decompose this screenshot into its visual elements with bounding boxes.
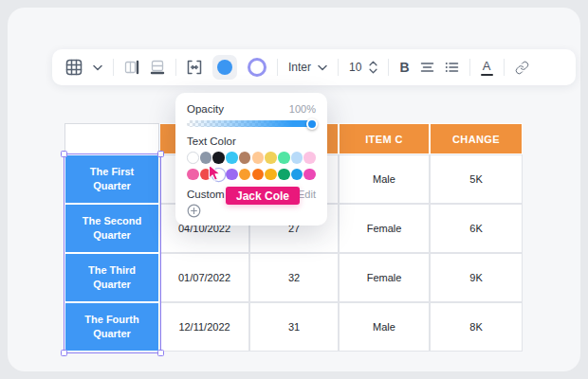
selection-handle[interactable]	[157, 151, 164, 157]
opacity-row: Opacity 100%	[187, 102, 316, 115]
fill-color-button[interactable]	[212, 55, 237, 80]
opacity-slider-fill	[187, 120, 316, 127]
align-center-icon	[420, 62, 434, 73]
table-cell[interactable]: 12/11/2022	[159, 302, 249, 352]
align-center-button[interactable]	[420, 62, 434, 73]
table-header-cell[interactable]: ITEM C	[339, 123, 430, 154]
row-label-cell[interactable]: The First Quarter	[64, 154, 159, 204]
add-custom-color-button[interactable]	[187, 204, 201, 218]
table-cell[interactable]: Female	[339, 253, 430, 302]
table-grid-button[interactable]	[65, 59, 83, 76]
text-color-letter: A	[483, 59, 491, 73]
toolbar-divider	[388, 59, 389, 76]
toolbar-divider	[469, 59, 470, 76]
toolbar-divider	[175, 59, 176, 76]
table-cell[interactable]: Male	[339, 154, 430, 204]
color-swatch[interactable]	[187, 152, 199, 164]
color-swatch[interactable]	[303, 152, 316, 164]
color-swatch[interactable]	[226, 152, 238, 164]
bullet-list-button[interactable]	[445, 62, 459, 73]
table-cell[interactable]: 5K	[430, 154, 523, 204]
row-label-cell[interactable]: The Fourth Quarter	[64, 302, 159, 352]
color-swatch[interactable]	[239, 169, 251, 181]
color-swatch-row	[187, 152, 316, 164]
text-color-button[interactable]: A	[481, 59, 493, 77]
link-button[interactable]	[515, 61, 529, 75]
table-cell[interactable]: 6K	[430, 204, 523, 253]
text-color-bar-icon	[481, 74, 493, 77]
opacity-slider[interactable]	[187, 120, 316, 127]
toolbar-divider	[504, 59, 505, 76]
color-swatch[interactable]	[303, 169, 316, 181]
chevron-down-icon	[93, 64, 102, 71]
toolbar-divider	[277, 59, 278, 76]
formatting-toolbar: Inter 10 B	[52, 49, 576, 85]
font-size-stepper[interactable]	[369, 61, 377, 74]
color-swatch[interactable]	[291, 169, 303, 181]
bold-button[interactable]: B	[399, 60, 409, 75]
color-swatch-row	[187, 169, 316, 181]
collaborator-name-tag: Jack Cole	[226, 187, 300, 205]
color-swatch[interactable]	[291, 152, 303, 164]
chevron-down-icon	[369, 68, 377, 74]
chevron-down-icon	[318, 64, 327, 71]
border-bottom-button[interactable]	[150, 60, 165, 75]
link-icon	[515, 61, 529, 75]
table-cell[interactable]: 9K	[430, 253, 523, 302]
circle-plus-icon	[187, 204, 201, 218]
text-color-label: Text Color	[187, 135, 236, 147]
table-cell[interactable]: Female	[339, 204, 430, 253]
font-size-control: 10	[349, 61, 377, 74]
font-size-value: 10	[349, 61, 361, 74]
text-color-section: Text Color	[187, 135, 316, 147]
font-family-select[interactable]: Inter	[288, 61, 327, 74]
opacity-value: 100%	[289, 103, 316, 115]
toolbar-divider	[113, 59, 114, 76]
color-swatch[interactable]	[278, 152, 290, 164]
app-canvas: Inter 10 B	[0, 0, 588, 379]
color-swatch[interactable]	[239, 152, 251, 164]
color-swatch[interactable]	[278, 169, 290, 181]
color-swatch[interactable]	[187, 169, 199, 181]
row-label-cell[interactable]: The Third Quarter	[64, 253, 159, 302]
color-swatch[interactable]	[212, 152, 225, 164]
opacity-slider-handle[interactable]	[306, 118, 318, 130]
color-swatch[interactable]	[252, 169, 265, 181]
selection-handle[interactable]	[157, 350, 164, 356]
stroke-color-button[interactable]	[248, 58, 266, 77]
opacity-label: Opacity	[187, 103, 224, 115]
collaborator-cursor-icon	[208, 164, 224, 182]
chevron-up-icon	[369, 61, 377, 66]
color-swatch[interactable]	[226, 169, 238, 181]
toolbar-divider	[338, 59, 339, 76]
table-header-cell[interactable]: CHANGE	[430, 123, 523, 154]
border-right-button[interactable]	[124, 60, 139, 75]
stroke-color-swatch-icon	[248, 58, 266, 77]
table-cell[interactable]: 32	[249, 253, 339, 302]
table-cell[interactable]: 01/07/2022	[159, 253, 249, 302]
edit-link[interactable]: Edit	[298, 189, 316, 200]
merge-cells-button[interactable]	[187, 60, 202, 75]
fill-color-swatch-icon	[217, 60, 232, 75]
color-swatch[interactable]	[252, 152, 265, 164]
text-color-popup: Opacity 100% Text Color Custom Color Edi…	[175, 93, 327, 226]
color-swatch[interactable]	[265, 169, 277, 181]
table-cell[interactable]: 8K	[430, 302, 523, 352]
table-header-cell-selected[interactable]	[64, 123, 159, 154]
table-cell[interactable]: 31	[249, 302, 339, 352]
table-style-dropdown[interactable]	[93, 64, 102, 71]
color-swatch[interactable]	[200, 152, 212, 164]
border-right-icon	[124, 60, 139, 75]
selection-handle[interactable]	[61, 151, 67, 157]
table-grid-icon	[65, 59, 83, 76]
bullet-list-icon	[445, 62, 459, 73]
merge-cells-icon	[187, 60, 202, 75]
row-label-cell[interactable]: The Second Quarter	[64, 204, 159, 253]
border-bottom-icon	[150, 60, 165, 75]
color-swatch[interactable]	[265, 152, 277, 164]
selection-handle[interactable]	[61, 350, 67, 356]
table-cell[interactable]: Male	[339, 302, 430, 352]
font-family-value: Inter	[288, 61, 311, 74]
